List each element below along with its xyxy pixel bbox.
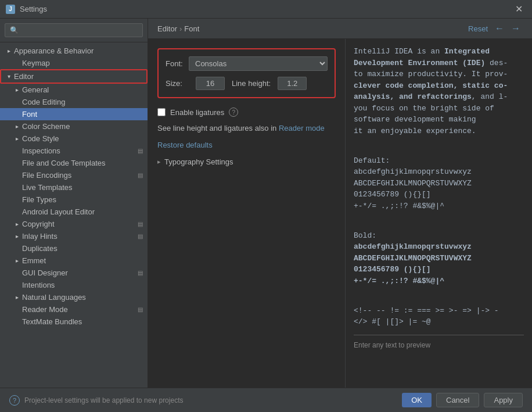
sidebar-item-android-layout[interactable]: Android Layout Editor <box>0 206 148 218</box>
typography-settings-row[interactable]: ▸ Typography Settings <box>157 157 336 166</box>
breadcrumb-current: Font <box>184 24 199 33</box>
size-row: Size: Line height: <box>166 77 328 90</box>
collapse-arrow <box>13 257 21 265</box>
font-select[interactable]: Consolas <box>189 56 328 71</box>
reset-button[interactable]: Reset <box>468 24 488 33</box>
preview-ligatures: <!-- -- != := === >= >- => |-> - </> #[ … <box>354 305 524 328</box>
search-input[interactable] <box>5 23 143 37</box>
reader-mode-link[interactable]: Reader mode <box>279 124 325 132</box>
cancel-button[interactable]: Cancel <box>436 393 479 407</box>
preview-panel: IntelliJ IDEA is an IntegratedDevelopmen… <box>346 39 532 388</box>
sidebar-item-label: Reader Mode <box>22 305 68 314</box>
badge-icon: ▤ <box>138 148 143 154</box>
sidebar-item-file-templates[interactable]: File and Code Templates <box>0 157 148 169</box>
bottom-info-text: Project-level settings will be applied t… <box>24 396 183 404</box>
badge-icon: ▤ <box>138 306 143 313</box>
content-area: Editor › Font Reset ← → Font: <box>148 19 532 388</box>
title-bar: J Settings ✕ <box>0 0 532 19</box>
breadcrumb-sep: › <box>179 24 182 33</box>
ligatures-checkbox[interactable] <box>157 108 166 116</box>
sidebar-item-editor[interactable]: Editor <box>0 69 148 84</box>
sidebar-item-inlay-hints[interactable]: Inlay Hints ▤ <box>0 230 148 242</box>
sidebar-item-reader-mode[interactable]: Reader Mode ▤ <box>0 303 148 316</box>
sidebar-item-label: Color Scheme <box>22 122 70 131</box>
settings-tree: Appearance & Behavior Keymap Editor Gene… <box>0 42 148 388</box>
preview-divider <box>354 335 524 335</box>
sidebar-item-label: Code Style <box>22 134 59 143</box>
preview-input-label: Enter any text to preview <box>354 340 524 350</box>
sidebar-item-font[interactable]: Font <box>0 108 148 120</box>
apply-button[interactable]: Apply <box>484 393 523 407</box>
close-button[interactable]: ✕ <box>512 2 526 16</box>
collapse-arrow <box>5 47 13 55</box>
sidebar-item-label: Duplicates <box>22 244 57 253</box>
sidebar-item-label: TextMate Bundles <box>22 317 82 326</box>
sidebar-item-general[interactable]: General <box>0 84 148 96</box>
bottom-bar: ? Project-level settings will be applied… <box>0 388 532 412</box>
sidebar-item-label: Appearance & Behavior <box>14 46 94 55</box>
sidebar-item-live-templates[interactable]: Live Templates <box>0 181 148 194</box>
sidebar-item-inspections[interactable]: Inspections ▤ <box>0 145 148 157</box>
sidebar-item-gui-designer[interactable]: GUI Designer ▤ <box>0 267 148 279</box>
sidebar-item-intentions[interactable]: Intentions <box>0 279 148 291</box>
line-height-input[interactable] <box>278 77 307 90</box>
sidebar-item-copyright[interactable]: Copyright ▤ <box>0 218 148 230</box>
badge-icon: ▤ <box>138 270 143 276</box>
sidebar-item-label: Natural Languages <box>22 293 86 302</box>
collapse-arrow <box>13 232 21 241</box>
breadcrumb: Editor › Font <box>157 24 199 33</box>
typography-arrow: ▸ <box>157 158 161 166</box>
reader-mode-row: See line height and ligatures also in Re… <box>157 124 336 132</box>
ok-button[interactable]: OK <box>402 393 432 407</box>
sidebar-item-file-types[interactable]: File Types <box>0 194 148 206</box>
sidebar-item-label: Android Layout Editor <box>22 207 95 216</box>
search-box <box>0 19 148 42</box>
preview-intro: IntelliJ IDEA is an IntegratedDevelopmen… <box>354 46 524 137</box>
preview-default: Default: abcdefghijklmnopqrstuvwxyz ABCD… <box>354 155 524 212</box>
badge-icon: ▤ <box>138 172 143 178</box>
nav-forward-button[interactable]: → <box>509 23 523 34</box>
content-header: Editor › Font Reset ← → <box>148 19 532 39</box>
sidebar-item-label: Live Templates <box>22 183 72 192</box>
collapse-arrow <box>13 220 21 228</box>
sidebar-item-label: Keymap <box>22 59 50 67</box>
font-label: Font: <box>166 59 189 68</box>
sidebar-item-label: Copyright <box>22 220 55 228</box>
size-label: Size: <box>166 79 189 88</box>
sidebar-item-code-style[interactable]: Code Style <box>0 132 148 145</box>
bottom-buttons: OK Cancel Apply <box>402 393 523 407</box>
ligatures-row: Enable ligatures ? <box>157 108 336 117</box>
sidebar-item-label: Inspections <box>22 146 60 155</box>
sidebar: Appearance & Behavior Keymap Editor Gene… <box>0 19 148 388</box>
help-icon[interactable]: ? <box>229 108 238 117</box>
restore-defaults-link[interactable]: Restore defaults <box>157 141 336 149</box>
typography-label: Typography Settings <box>164 157 233 166</box>
ligatures-label: Enable ligatures <box>170 108 224 117</box>
sidebar-item-color-scheme[interactable]: Color Scheme <box>0 120 148 132</box>
collapse-arrow <box>13 293 21 302</box>
sidebar-item-natural-languages[interactable]: Natural Languages <box>0 291 148 303</box>
sidebar-item-label: General <box>22 85 49 94</box>
badge-icon: ▤ <box>138 221 143 227</box>
sidebar-item-code-editing[interactable]: Code Editing <box>0 96 148 108</box>
sidebar-item-label: Intentions <box>22 281 55 289</box>
sidebar-item-label: Editor <box>14 72 34 81</box>
sidebar-item-appearance[interactable]: Appearance & Behavior <box>0 45 148 57</box>
collapse-arrow <box>5 73 13 81</box>
size-input[interactable] <box>196 77 225 90</box>
sidebar-item-label: Font <box>22 110 37 119</box>
sidebar-item-label: File Encodings <box>22 171 71 180</box>
nav-back-button[interactable]: ← <box>493 23 506 34</box>
font-settings-box: Font: Consolas Size: Line height: <box>157 48 336 98</box>
reader-mode-text: See line height and ligatures also in <box>157 124 276 132</box>
sidebar-item-label: Emmet <box>22 256 46 265</box>
header-nav: ← → <box>493 23 523 34</box>
collapse-arrow <box>13 86 21 94</box>
sidebar-item-label: File and Code Templates <box>22 159 106 167</box>
sidebar-item-keymap[interactable]: Keymap <box>0 57 148 69</box>
sidebar-item-file-encodings[interactable]: File Encodings ▤ <box>0 169 148 181</box>
sidebar-item-textmate[interactable]: TextMate Bundles <box>0 316 148 328</box>
sidebar-item-emmet[interactable]: Emmet <box>0 255 148 267</box>
help-circle-icon[interactable]: ? <box>9 395 20 406</box>
sidebar-item-duplicates[interactable]: Duplicates <box>0 242 148 255</box>
